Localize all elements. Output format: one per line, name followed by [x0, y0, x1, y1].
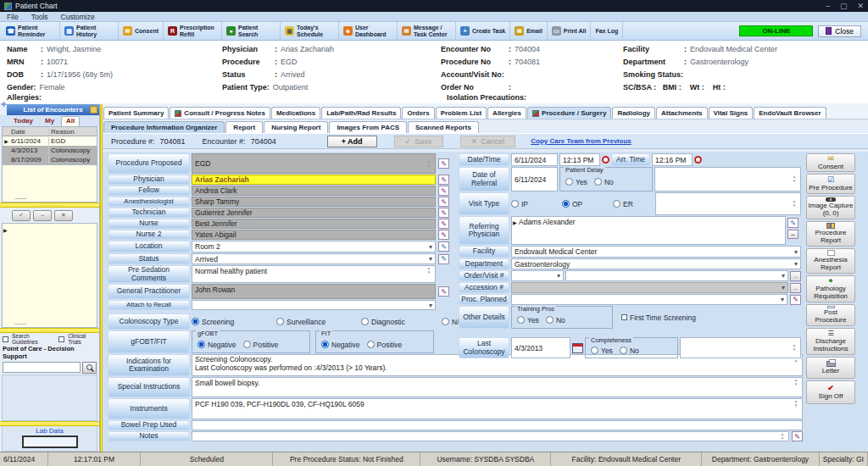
- subtab-procedure-information-organizer[interactable]: Procedure Information Organizer: [103, 121, 225, 133]
- fellow-field[interactable]: Andrea Clark: [192, 186, 436, 196]
- calendar-icon[interactable]: [572, 343, 583, 353]
- tab-all[interactable]: All: [61, 116, 80, 126]
- visit-type-ip-radio[interactable]: IP: [511, 192, 560, 215]
- resize-grip[interactable]: ——: [14, 195, 26, 201]
- search-guidelines-checkbox[interactable]: [3, 336, 8, 342]
- attach-to-recall-dropdown[interactable]: [192, 300, 436, 310]
- care-team-picker-icon[interactable]: ✎: [438, 158, 449, 169]
- tab-problem-list[interactable]: Problem List: [436, 107, 487, 119]
- user-dashboard-button[interactable]: ☻User Dashboard: [339, 22, 398, 40]
- gfobt-positive-radio[interactable]: Positive: [243, 341, 279, 349]
- subtab-report[interactable]: Report: [225, 121, 263, 133]
- tab-lab-path-rad-results[interactable]: Lab/Path/Rad Results: [321, 107, 401, 119]
- location-dropdown[interactable]: Room 2: [192, 241, 436, 252]
- procedure-proposed-field[interactable]: EGD▲▼: [192, 153, 436, 174]
- patient-search-button[interactable]: ●Patient Search: [222, 22, 281, 40]
- tab-procedure-surgery[interactable]: Procedure / Surgery: [527, 107, 611, 119]
- clock-icon[interactable]: [602, 156, 609, 164]
- create-task-button[interactable]: +Create Task: [456, 22, 510, 40]
- prescription-refill-button[interactable]: RPrescription Refill: [164, 22, 222, 40]
- message-task-center-button[interactable]: ✉Message / Task Center: [398, 22, 456, 40]
- patient-delay-no-radio[interactable]: No: [594, 178, 614, 186]
- menu-tools[interactable]: Tools: [31, 13, 48, 21]
- remove-referring-physician-button[interactable]: −: [787, 230, 798, 239]
- tab-consult-progress-notes[interactable]: Consult / Progress Notes: [170, 107, 270, 119]
- minimize-icon[interactable]: –: [826, 2, 830, 10]
- print-all-button[interactable]: ▭Print All: [548, 22, 592, 40]
- tab-attachments[interactable]: Attachments: [656, 107, 707, 119]
- care-team-picker-icon[interactable]: ✎: [438, 175, 449, 185]
- visit-type-er-radio[interactable]: ER: [613, 192, 654, 215]
- fit-positive-radio[interactable]: Positive: [367, 341, 403, 349]
- facility-dropdown[interactable]: Endovault Medical Center: [511, 246, 801, 258]
- col-reason[interactable]: Reason: [49, 128, 97, 136]
- referral-notes-field[interactable]: ▲▼: [654, 167, 801, 191]
- status-dropdown[interactable]: Arrived: [192, 253, 436, 264]
- tab-today[interactable]: Today: [8, 116, 38, 126]
- spinner-icon[interactable]: ▲▼: [793, 400, 799, 408]
- technician-field[interactable]: Gutierrez Jennifer: [192, 208, 436, 218]
- procedure-list-panel[interactable]: ▶ ——: [2, 223, 97, 328]
- nurse-field[interactable]: Best Jennifer: [192, 219, 436, 229]
- consent-report-button[interactable]: ✉Consent: [806, 153, 855, 172]
- completeness-yes-radio[interactable]: Yes: [591, 347, 613, 355]
- search-button[interactable]: [82, 362, 97, 374]
- tab-orders[interactable]: Orders: [402, 107, 434, 119]
- care-team-picker-icon[interactable]: ✎: [792, 431, 803, 441]
- post-procedure-button[interactable]: Post Procedure: [806, 304, 855, 326]
- tab-endovault-browser[interactable]: EndoVault Browser: [754, 107, 826, 119]
- visit-dropdown[interactable]: [565, 270, 788, 281]
- order-more-button[interactable]: ..: [790, 271, 801, 281]
- procedure-date-field[interactable]: 6/11/2024: [511, 153, 558, 166]
- radio-surveillance[interactable]: Surveillance: [276, 318, 361, 326]
- fax-log-button[interactable]: Fax Log: [591, 22, 623, 40]
- gfobt-negative-radio[interactable]: Negative: [198, 341, 236, 349]
- spinner-icon[interactable]: ▲▼: [791, 200, 798, 208]
- maximize-icon[interactable]: ▢: [840, 2, 848, 10]
- clinical-trials-checkbox[interactable]: [58, 336, 64, 342]
- training-yes-radio[interactable]: Yes: [517, 316, 539, 325]
- care-team-picker-icon[interactable]: ✎: [438, 186, 449, 196]
- clock-icon[interactable]: [694, 156, 702, 164]
- department-dropdown[interactable]: Gastroenterology: [511, 258, 801, 269]
- close-button[interactable]: Close: [818, 25, 861, 37]
- proc-planned-edit-icon[interactable]: ✎: [790, 295, 801, 305]
- care-team-picker-icon[interactable]: ✎: [438, 197, 449, 207]
- col-date[interactable]: Date: [10, 128, 49, 136]
- first-time-screening-checkbox[interactable]: First Time Screening: [621, 306, 696, 329]
- instruments-field[interactable]: PCF H190 039, PCF-H190DL 039, CF-HQ190L …: [192, 398, 803, 419]
- care-team-picker-icon[interactable]: ✎: [438, 219, 449, 229]
- visit-type-op-radio[interactable]: OP: [562, 192, 611, 215]
- subtab-scanned-reports[interactable]: Scanned Reports: [408, 121, 479, 133]
- spinner-icon[interactable]: ▲▼: [779, 433, 786, 441]
- pin-icon[interactable]: [90, 106, 97, 114]
- proc-planned-dropdown[interactable]: [511, 294, 787, 305]
- procedure-time-field[interactable]: 12:13 PM: [559, 153, 600, 166]
- letter-button[interactable]: Letter: [806, 357, 855, 379]
- lab-data-link[interactable]: Lab Data: [3, 427, 97, 435]
- order-dropdown[interactable]: [511, 270, 564, 281]
- cancel-button[interactable]: ✕Cancel: [460, 136, 516, 147]
- completeness-no-radio[interactable]: No: [620, 347, 639, 355]
- tab-allergies[interactable]: Allergies: [487, 107, 526, 119]
- spinner-icon[interactable]: ▲▼: [791, 175, 798, 183]
- accession-more-button[interactable]: ..: [790, 283, 801, 293]
- notes-field[interactable]: ▲▼: [192, 431, 789, 441]
- decision-search-input[interactable]: [3, 362, 81, 373]
- lab-data-box[interactable]: [22, 435, 78, 448]
- fit-negative-radio[interactable]: Negative: [321, 341, 360, 349]
- dock-cross-icon[interactable]: ✛: [1, 101, 7, 108]
- spinner-icon[interactable]: ▲▼: [426, 267, 432, 275]
- menu-customize[interactable]: Customize: [61, 13, 95, 21]
- consent-button[interactable]: ✉Consent: [119, 22, 164, 40]
- spinner-icon[interactable]: ▲▼: [791, 344, 798, 352]
- resize-grip[interactable]: ——: [14, 320, 26, 326]
- visit-type-notes-field[interactable]: ▲▼: [655, 192, 801, 215]
- referral-date-field[interactable]: 6/11/2024: [511, 167, 558, 191]
- training-no-radio[interactable]: No: [546, 316, 565, 325]
- spinner-icon[interactable]: ▲▼: [793, 379, 799, 386]
- tab-radiology[interactable]: Radiology: [612, 107, 655, 119]
- radio-diagnostic[interactable]: Diagnostic: [361, 318, 442, 326]
- check-mini-button[interactable]: ✓: [12, 210, 31, 221]
- encounter-row[interactable]: ▶ 6/11/2024 EGD: [3, 136, 97, 146]
